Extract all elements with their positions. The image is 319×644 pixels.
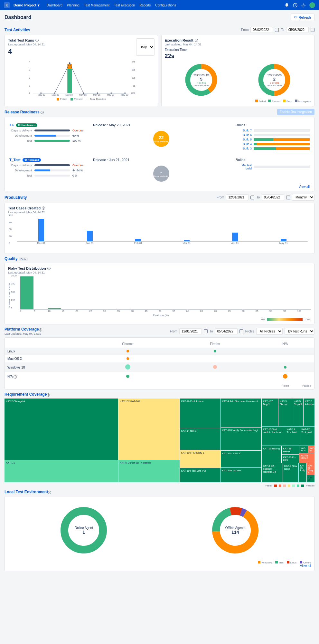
tm-cell[interactable]: KAT-15 testq <box>299 463 306 482</box>
prod-to-input[interactable] <box>262 194 284 200</box>
bar[interactable] <box>135 239 141 241</box>
pc-to-input[interactable] <box>215 328 238 334</box>
calendar-icon[interactable] <box>275 28 279 32</box>
from-date-input[interactable] <box>250 27 273 33</box>
info-icon[interactable]: i <box>48 491 51 494</box>
tm-cell[interactable]: KAT-107 Bug 1 <box>262 399 278 426</box>
coverage-dot[interactable] <box>283 374 287 379</box>
tm-cell[interactable]: KAT-69 Story 2 <box>299 453 314 463</box>
pc-by-select[interactable]: By Test Runs <box>285 328 314 335</box>
tm-cell[interactable]: KAT-19 newet <box>282 446 299 454</box>
treemap[interactable]: KAT-2 Changelol KAT-1 1 KAT-102 KAT-102 … <box>5 399 314 482</box>
info-icon[interactable]: i <box>47 393 50 397</box>
bar[interactable] <box>281 239 286 241</box>
coverage-dot[interactable] <box>213 365 217 369</box>
build-row[interactable]: Build 3 <box>236 147 310 150</box>
bar[interactable] <box>38 219 44 241</box>
tm-cell[interactable]: KAT-103 Verify Successful Logi <box>221 428 261 450</box>
tm-cell[interactable]: KAT-5 Republi <box>292 399 303 426</box>
release-name[interactable]: T_Test ⦿ Released <box>9 158 87 162</box>
coverage-dot[interactable] <box>126 375 129 378</box>
calendar-icon[interactable] <box>250 196 254 199</box>
nav-planning[interactable]: Planning <box>67 4 80 7</box>
coverage-dot[interactable] <box>284 366 286 369</box>
tm-cell[interactable]: KAT-67 <box>308 446 314 453</box>
project-selector[interactable]: Demo Project ▾ <box>14 3 40 7</box>
build-row[interactable]: Build 7 <box>236 129 310 132</box>
info-icon[interactable]: i <box>195 39 198 42</box>
tm-cell[interactable]: KAT-68 Story 1 <box>307 463 314 475</box>
build-row[interactable]: Build 6 <box>236 133 310 137</box>
view-all-link[interactable]: View all <box>299 185 310 188</box>
test-cases-donut[interactable]: Test Cases 2 ↓ 77.8% since last week <box>257 62 292 98</box>
pc-profile-select[interactable]: All Profiles <box>256 328 283 335</box>
flaky-bar[interactable] <box>20 276 33 309</box>
build-row[interactable]: Mai test build <box>236 164 310 170</box>
granularity-select[interactable]: Daily <box>136 38 155 56</box>
calendar-icon[interactable] <box>311 28 314 32</box>
tm-cell[interactable]: KAT-102 KAT-102 <box>118 399 179 460</box>
defects-circle[interactable]: 22Total defects <box>153 131 169 147</box>
bell-icon[interactable] <box>284 3 289 8</box>
tm-cell[interactable]: KAT-104 Test Jira PM <box>180 468 220 482</box>
nav-reports[interactable]: Reports <box>139 4 151 7</box>
calendar-icon[interactable] <box>204 329 208 333</box>
flaky-bar[interactable] <box>117 309 130 309</box>
tm-cell[interactable]: KAT-16 Fix UI issue <box>180 399 220 428</box>
online-agent-donut[interactable]: Online Agent 1 <box>60 506 108 554</box>
info-icon[interactable]: i <box>41 111 44 114</box>
tm-cell[interactable]: KAT-4 Add Jira defect to execut <box>221 399 261 427</box>
pc-from-input[interactable] <box>179 328 202 334</box>
app-logo-icon[interactable]: K <box>4 2 10 8</box>
info-icon[interactable]: i <box>14 375 17 379</box>
release-name[interactable]: 7.6 ⦿ Unreleased <box>9 123 87 127</box>
coverage-dot[interactable] <box>127 350 129 352</box>
coverage-dot[interactable] <box>214 350 216 352</box>
bar[interactable] <box>232 233 238 241</box>
bar[interactable] <box>87 231 93 241</box>
tm-cell[interactable]: KAT-2 Changelol <box>5 399 118 460</box>
tm-cell[interactable]: KAT-21 N <box>299 446 308 453</box>
lte-view-all-link[interactable]: View all <box>300 564 311 568</box>
prod-gran-select[interactable]: Monthly <box>292 194 314 201</box>
refresh-button[interactable]: ⟳ Refresh <box>291 14 314 21</box>
coverage-dot[interactable] <box>127 357 129 360</box>
build-row[interactable]: Build 4 <box>236 142 310 146</box>
test-results-donut[interactable]: Test Results 5 ↑ 87.5% since last week <box>183 62 219 98</box>
tm-cell[interactable]: KAT-101 BJJ3 4 <box>221 451 261 467</box>
tm-cell[interactable]: KAT-106 PM Story 1 <box>180 450 220 468</box>
tm-cell[interactable]: KAT-105 pm test <box>221 468 261 483</box>
calendar-icon[interactable] <box>286 196 290 199</box>
coverage-dot[interactable] <box>125 364 130 370</box>
info-icon[interactable]: i <box>42 207 45 210</box>
bar[interactable] <box>184 240 190 241</box>
tm-cell[interactable]: KAT-11 Test linki <box>285 427 300 446</box>
gear-icon[interactable] <box>301 3 306 8</box>
flaky-bar[interactable] <box>48 308 61 309</box>
info-icon[interactable]: i <box>39 328 42 332</box>
prod-from-input[interactable] <box>226 194 249 200</box>
calendar-icon[interactable] <box>239 329 243 333</box>
tm-cell[interactable]: KAT-70 <box>307 475 314 482</box>
tm-cell[interactable]: KAT-20 Fix UI 5 <box>282 455 299 463</box>
defects-circle[interactable]: -Total defects <box>153 166 169 182</box>
info-icon[interactable]: i <box>47 267 51 270</box>
tm-cell[interactable]: KAT-7 Attachm <box>304 399 314 426</box>
nav-test-execution[interactable]: Test Execution <box>114 4 135 7</box>
nav-configurations[interactable]: Configurations <box>155 4 176 7</box>
tm-cell[interactable]: KAT-12 Test post <box>300 427 314 446</box>
info-icon[interactable]: i <box>35 39 39 42</box>
tm-cell[interactable]: KAT-8 QA backup: Restrict 1 d <box>262 463 283 482</box>
avatar[interactable] <box>309 2 315 8</box>
tm-cell[interactable]: KAT-13 testing <box>262 446 281 463</box>
nav-test-management[interactable]: Test Management <box>84 4 110 7</box>
tm-cell[interactable]: KAT-3 Fix dat <box>278 399 292 426</box>
tm-cell[interactable]: KAT-14 test 1 <box>180 428 220 450</box>
build-row[interactable]: Build 5 <box>236 138 310 141</box>
tm-cell[interactable]: KAT-1 1 <box>5 460 118 482</box>
recent-icon[interactable] <box>293 3 298 8</box>
to-date-input[interactable] <box>286 27 309 33</box>
enable-jira-button[interactable]: Enable Jira Integration <box>277 109 314 115</box>
tm-cell[interactable]: KAT-10 Test contain the issue <box>262 427 285 446</box>
nav-dashboard[interactable]: Dashboard <box>47 4 62 7</box>
